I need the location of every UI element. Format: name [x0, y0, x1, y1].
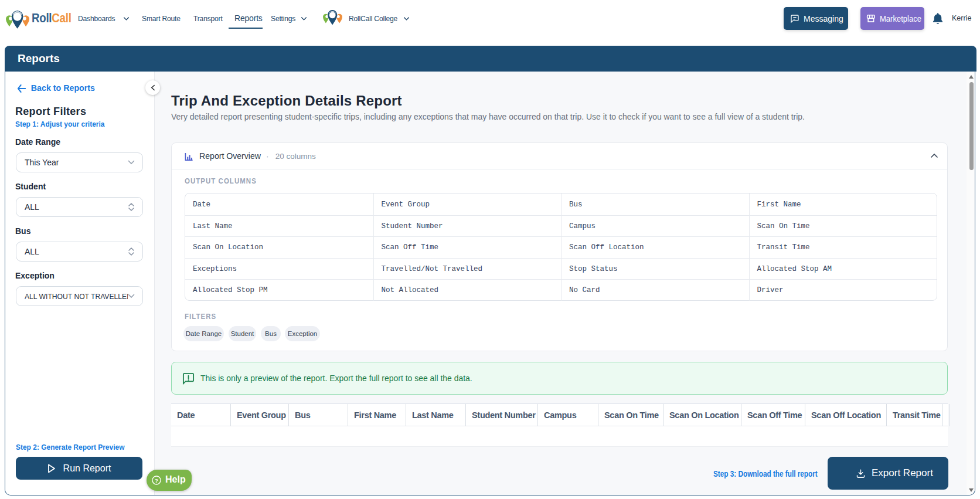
- svg-text:?: ?: [155, 477, 158, 484]
